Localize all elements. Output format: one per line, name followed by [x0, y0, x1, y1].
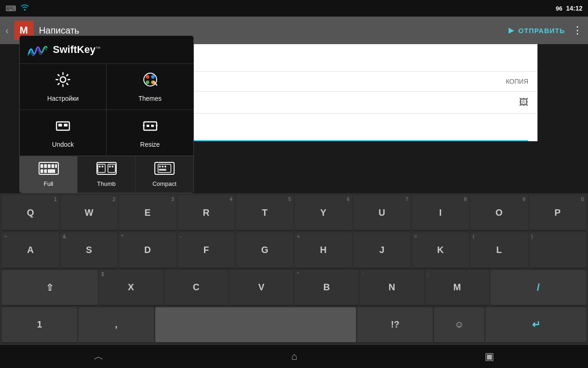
- swiftkey-logo-text-wrap: SwiftKey™: [53, 44, 101, 56]
- key-sym[interactable]: ,: [79, 307, 154, 343]
- nav-recent-button[interactable]: ▣: [474, 347, 505, 366]
- enter-icon: ↵: [532, 319, 540, 331]
- key-o[interactable]: O9: [470, 195, 528, 231]
- key-k[interactable]: K=: [412, 232, 469, 268]
- wifi-signal-icon: [20, 4, 30, 13]
- key-x-sym: $: [102, 271, 104, 277]
- svg-rect-18: [64, 124, 68, 126]
- full-label: Full: [44, 180, 53, 187]
- swiftkey-logo-text: SwiftKey: [53, 44, 96, 55]
- swiftkey-grid: Настройки Themes: [20, 63, 193, 156]
- svg-rect-17: [58, 124, 62, 126]
- key-l2[interactable]: ): [529, 232, 587, 268]
- key-o-label: O: [495, 207, 503, 218]
- key-b[interactable]: B": [295, 270, 359, 306]
- key-h[interactable]: H+: [295, 232, 352, 268]
- key-c[interactable]: C: [164, 270, 228, 306]
- svg-line-9: [58, 83, 60, 85]
- full-layout-button[interactable]: Full: [20, 156, 78, 193]
- key-e[interactable]: E3: [119, 195, 176, 231]
- nav-home-button[interactable]: ⌂: [280, 347, 308, 366]
- svg-line-8: [67, 75, 68, 76]
- keyboard-area: Q1 W2 E3 R4 T5 Y6 U7 I8 O9 P0 A~ S& D* F…: [0, 193, 588, 345]
- key-r[interactable]: R4: [178, 195, 235, 231]
- more-options-icon[interactable]: ⋮: [572, 24, 582, 36]
- key-v[interactable]: V: [230, 270, 294, 306]
- key-q[interactable]: Q1: [2, 195, 59, 231]
- svg-rect-36: [99, 166, 101, 167]
- undock-icon: [55, 117, 71, 137]
- key-j[interactable]: J: [353, 232, 411, 268]
- compact-label: Compact: [153, 180, 176, 187]
- key-enter[interactable]: ↵: [486, 307, 586, 343]
- key-n[interactable]: N:: [360, 270, 424, 306]
- back-button[interactable]: ‹: [6, 25, 9, 36]
- key-emoji[interactable]: ☺: [434, 307, 484, 343]
- key-r-label: R: [203, 207, 209, 218]
- svg-rect-28: [51, 164, 54, 168]
- key-y[interactable]: Y6: [295, 195, 352, 231]
- key-n-label: N: [389, 282, 395, 293]
- settings-icon: [55, 71, 71, 91]
- key-x[interactable]: X$: [99, 270, 163, 306]
- svg-point-11: [146, 75, 149, 79]
- thumb-label: Thumb: [97, 180, 115, 187]
- key-num[interactable]: 1: [2, 307, 77, 343]
- themes-button[interactable]: Themes: [107, 64, 193, 110]
- undock-button[interactable]: Undock: [20, 110, 107, 156]
- key-l[interactable]: L(: [470, 232, 528, 268]
- key-f-label: F: [204, 245, 209, 255]
- key-l-sym: (: [473, 234, 475, 239]
- key-u[interactable]: U7: [353, 195, 411, 231]
- svg-point-13: [146, 80, 149, 84]
- key-u-label: U: [379, 207, 385, 218]
- key-s[interactable]: S&: [61, 232, 118, 268]
- key-f[interactable]: F-: [178, 232, 235, 268]
- key-shift[interactable]: ⇧: [2, 270, 98, 306]
- key-d-sym: *: [121, 234, 123, 239]
- key-t[interactable]: T5: [236, 195, 294, 231]
- key-a[interactable]: A~: [2, 232, 59, 268]
- resize-button[interactable]: Resize: [107, 110, 193, 156]
- key-j-label: J: [379, 245, 384, 255]
- cc-label[interactable]: КОПИЯ: [506, 78, 528, 85]
- nav-back-button[interactable]: ︿: [83, 346, 115, 367]
- svg-line-7: [67, 83, 68, 85]
- key-i-label: I: [439, 207, 442, 218]
- key-q-num: 1: [54, 196, 57, 202]
- svg-rect-32: [48, 169, 55, 173]
- key-space[interactable]: [155, 307, 356, 343]
- full-layout-icon: [39, 162, 59, 178]
- key-g[interactable]: G: [236, 232, 294, 268]
- key-m[interactable]: M;: [425, 270, 489, 306]
- settings-button[interactable]: Настройки: [20, 64, 107, 110]
- svg-rect-25: [40, 164, 43, 168]
- compact-layout-button[interactable]: Compact: [136, 156, 193, 193]
- key-x-label: X: [128, 282, 134, 293]
- key-p-num: 0: [581, 196, 584, 202]
- key-s-sym: &: [63, 234, 66, 239]
- svg-point-1: [60, 77, 66, 82]
- key-dot-label: !?: [391, 319, 400, 330]
- page-title: Написать: [39, 25, 503, 36]
- svg-rect-37: [102, 166, 103, 167]
- key-row-1: Q1 W2 E3 R4 T5 Y6 U7 I8 O9 P0: [2, 195, 586, 231]
- thumb-layout-button[interactable]: Thumb: [78, 156, 136, 193]
- key-o-num: 9: [522, 196, 525, 202]
- key-sym-label: ,: [115, 319, 118, 330]
- key-p[interactable]: P0: [529, 195, 587, 231]
- key-backspace[interactable]: /: [491, 270, 587, 306]
- key-r-num: 4: [230, 196, 232, 202]
- key-dot[interactable]: !?: [357, 307, 433, 343]
- send-button[interactable]: ▶ ОТПРАВИТЬ: [509, 26, 565, 34]
- settings-label: Настройки: [47, 95, 79, 102]
- swiftkey-logo-icon: [27, 42, 47, 57]
- key-w[interactable]: W2: [61, 195, 118, 231]
- key-i[interactable]: I8: [412, 195, 469, 231]
- key-d[interactable]: D*: [119, 232, 176, 268]
- attach-icon[interactable]: 🖼: [519, 97, 528, 108]
- svg-rect-45: [159, 169, 166, 171]
- key-k-label: K: [437, 245, 444, 255]
- key-u-num: 7: [405, 196, 408, 202]
- status-bar-right: 96 14:12: [556, 5, 582, 12]
